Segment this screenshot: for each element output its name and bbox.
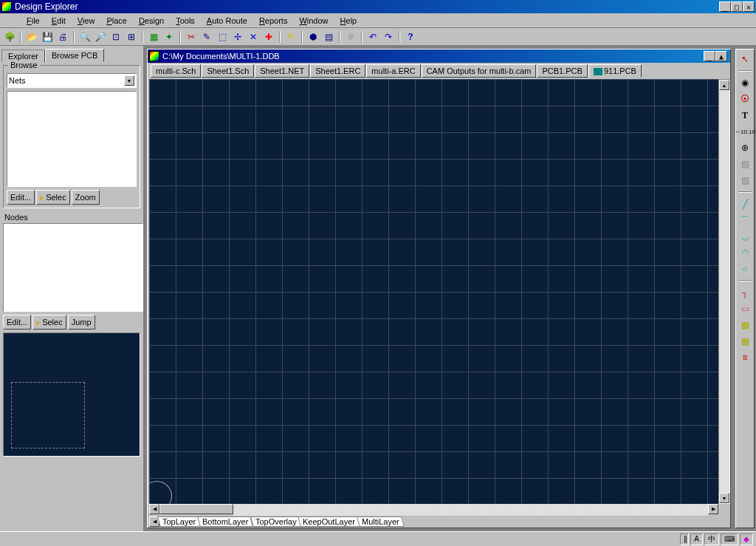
menu-design[interactable]: Design [133,15,170,27]
print-icon[interactable]: 🖨 [56,30,69,44]
rect-tool-icon[interactable]: ▭ [738,302,752,315]
scroll-down-icon[interactable]: ▼ [719,493,729,503]
text-tool-icon[interactable]: T [738,109,752,122]
board-icon[interactable]: ▤ [322,30,335,44]
doc-maximize-button[interactable]: ▲ [715,51,727,61]
via-tool-icon[interactable]: ⦿ [738,92,752,106]
menu-help[interactable]: Help [334,15,363,27]
menu-edit[interactable]: Edit [46,15,72,27]
pad-tool-icon[interactable]: ◉ [738,76,752,89]
pcb-canvas[interactable] [149,79,718,504]
doctab-7[interactable]: 911.PCB [588,64,642,78]
menu-place[interactable]: Place [100,15,133,27]
line-tool-icon[interactable]: ╱ [738,197,752,211]
highlight-icon[interactable]: ✎ [284,30,298,44]
circle-tool-icon[interactable]: ○ [738,262,752,276]
dimension-tool-icon[interactable]: ↔10.10 [738,125,752,138]
maximize-button[interactable]: □ [731,1,743,12]
menu-reports[interactable]: Reports [253,15,294,27]
doctab-2[interactable]: Sheet1.NET [255,64,309,78]
save-icon[interactable]: 💾 [41,30,54,44]
nets-listbox[interactable] [7,91,137,187]
grid-icon[interactable]: # [344,30,357,44]
edit-button[interactable]: Edit... [7,190,35,205]
select-button[interactable]: ▸Selec [36,190,70,205]
origin-marker [149,482,171,504]
sb-cell-a[interactable]: A [690,533,703,545]
horizontal-scrollbar[interactable]: ◀ ▶ [149,504,718,516]
pencil-icon[interactable]: ✎ [200,30,213,44]
browse-group: Browse Nets ▼ Edit... ▸Selec Zoom [3,65,140,208]
component-icon[interactable]: ▦ [147,30,160,44]
tree-icon[interactable]: 🌳 [3,30,16,44]
layertab-0[interactable]: TopLayer [157,516,201,527]
jump-button[interactable]: Jump [68,315,95,330]
layertab-4[interactable]: MultiLayer [357,516,405,527]
polygon-tool-icon[interactable]: ▧ [738,174,752,187]
scroll-right-icon[interactable]: ▶ [708,504,718,514]
minimize-button[interactable]: _ [719,1,731,12]
chevron-down-icon[interactable]: ▼ [124,75,134,86]
vertical-scrollbar[interactable]: ▲ ▼ [718,79,730,504]
doctab-0[interactable]: multi-c.Sch [151,64,201,78]
scroll-h-track[interactable] [233,504,708,516]
sb-book-icon[interactable]: ◆ [740,533,753,545]
move-icon[interactable]: ✢ [231,30,244,44]
sb-keyboard-icon[interactable]: ⌨ [721,533,738,545]
browse-dropdown[interactable]: Nets ▼ [7,73,137,88]
preview-pane[interactable] [3,332,140,457]
doctab-5[interactable]: CAM Outputs for multi-b.cam [422,64,537,78]
menu-view[interactable]: View [72,15,101,27]
open-icon[interactable]: 📂 [25,30,38,44]
zoom-fit-icon[interactable]: ⊡ [109,30,123,44]
arc2-tool-icon[interactable]: ◡ [738,230,752,243]
scroll-h-thumb[interactable] [159,504,233,514]
menu-autoroute[interactable]: Auto Route [201,15,253,27]
wizard-icon[interactable]: ✦ [162,30,176,44]
nodes-listbox[interactable] [3,223,143,312]
tab-browse-pcb[interactable]: Browse PCB [45,49,104,62]
origin-tool-icon[interactable]: ⊕ [738,141,752,154]
scroll-v-track[interactable] [719,90,729,493]
zoom-window-icon[interactable]: ⊞ [125,30,138,44]
string-tool-icon[interactable]: ≡ [738,351,752,364]
sb-cell-ime[interactable]: 中 [704,533,719,545]
redo-icon[interactable]: ↷ [382,30,395,44]
arrow-tool-icon[interactable]: ↖ [738,52,752,66]
menu-tools[interactable]: Tools [170,15,201,27]
doctab-4[interactable]: multi-a.ERC [366,64,420,78]
cross-icon[interactable]: ✚ [262,30,275,44]
array-tool-icon[interactable]: ▦ [738,335,752,348]
menu-window[interactable]: Window [293,15,334,27]
arc-tool-icon[interactable]: ⌒ [738,214,752,227]
zoom-out-icon[interactable]: 🔎 [94,30,107,44]
nets-buttons: Edit... ▸Selec Zoom [7,190,137,205]
scroll-left-icon[interactable]: ◀ [149,504,159,514]
select2-button[interactable]: ▸Selec [32,315,66,330]
select-icon[interactable]: ⬚ [216,30,229,44]
close-button[interactable]: ✕ [743,1,755,12]
arc3-tool-icon[interactable]: ◠ [738,246,752,259]
doctab-1[interactable]: Sheet1.Sch [202,64,254,78]
component-tool-icon[interactable]: ▦ [738,318,752,332]
doc-minimize-button[interactable]: _ [704,51,715,61]
cut-icon[interactable]: ✂ [185,30,198,44]
route-tool-icon[interactable]: ┐ [738,286,752,299]
fill-tool-icon[interactable]: ▨ [738,157,752,171]
layertab-1[interactable]: BottomLayer [197,516,253,527]
separator [301,31,303,43]
undo-icon[interactable]: ↶ [366,30,379,44]
scroll-up-icon[interactable]: ▲ [719,80,729,90]
edit2-button[interactable]: Edit... [3,315,31,330]
doctab-6[interactable]: PCB1.PCB [537,64,587,78]
zoom-in-icon[interactable]: 🔍 [78,30,92,44]
zoom-button[interactable]: Zoom [72,190,100,205]
doctab-3[interactable]: Sheet1.ERC [310,64,365,78]
deselect-icon[interactable]: ✕ [247,30,260,44]
3d-icon[interactable]: ⬢ [306,30,320,44]
layertab-2[interactable]: TopOverlay [250,516,301,527]
browse-group-title: Browse [8,61,40,69]
layertab-3[interactable]: KeepOutLayer [298,516,360,527]
menu-file[interactable]: File [21,15,46,27]
help-icon[interactable]: ? [404,30,417,44]
